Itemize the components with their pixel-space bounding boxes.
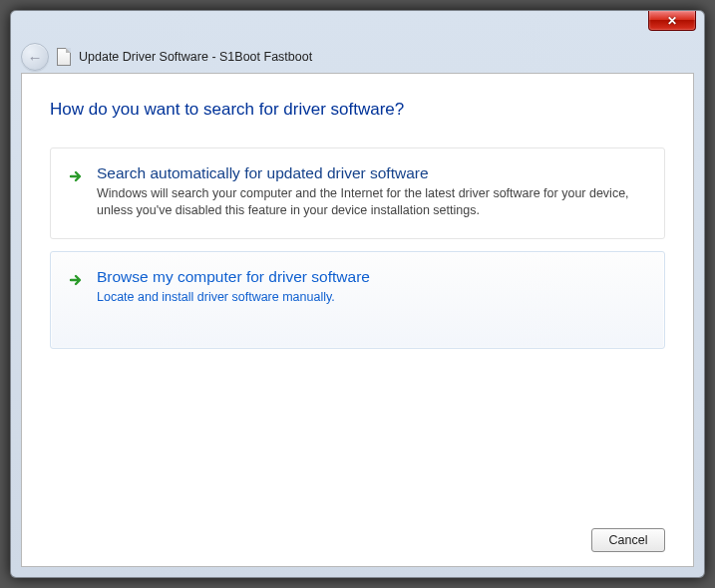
breadcrumb: ← Update Driver Software - S1Boot Fastbo… <box>11 41 704 73</box>
titlebar: ✕ <box>11 11 704 41</box>
option-title: Browse my computer for driver software <box>97 268 646 286</box>
dialog-window: ✕ ← Update Driver Software - S1Boot Fast… <box>10 10 705 578</box>
footer: Cancel <box>50 518 665 552</box>
option-search-automatically[interactable]: Search automatically for updated driver … <box>50 147 665 239</box>
back-arrow-icon: ← <box>28 49 43 66</box>
option-description: Windows will search your computer and th… <box>97 185 646 220</box>
option-body: Browse my computer for driver software L… <box>97 268 646 330</box>
content-area: How do you want to search for driver sof… <box>21 73 694 567</box>
back-button[interactable]: ← <box>21 43 49 71</box>
document-icon <box>57 48 71 66</box>
option-body: Search automatically for updated driver … <box>97 164 646 220</box>
option-title: Search automatically for updated driver … <box>97 164 646 182</box>
close-button[interactable]: ✕ <box>648 11 696 31</box>
page-title: How do you want to search for driver sof… <box>50 100 665 120</box>
option-browse-computer[interactable]: Browse my computer for driver software L… <box>50 251 665 349</box>
close-icon: ✕ <box>667 14 677 28</box>
option-description: Locate and install driver software manua… <box>97 289 646 306</box>
arrow-right-icon <box>69 272 85 288</box>
arrow-right-icon <box>69 168 85 184</box>
breadcrumb-title: Update Driver Software - S1Boot Fastboot <box>79 50 312 64</box>
cancel-button[interactable]: Cancel <box>591 528 665 552</box>
